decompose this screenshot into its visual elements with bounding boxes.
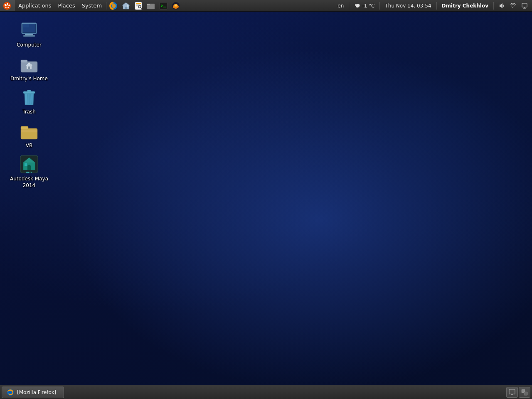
files-launcher[interactable] <box>145 0 157 11</box>
svg-rect-50 <box>21 126 28 130</box>
trash-icon-img <box>19 87 39 107</box>
taskbar-items: [Mozilla Firefox] <box>0 385 506 399</box>
svg-text:MAYA: MAYA <box>26 171 32 174</box>
computer-icon-img <box>19 20 39 40</box>
sound-button[interactable] <box>496 0 506 11</box>
blender-launcher[interactable] <box>170 0 182 11</box>
maya-icon[interactable]: MAYA Autodesk Maya 2014 <box>4 153 54 190</box>
trash-icon[interactable]: Trash <box>4 86 54 117</box>
terminal-icon <box>159 1 168 10</box>
files-icon <box>146 1 155 10</box>
system-menu[interactable]: System <box>79 0 105 11</box>
panel-separator-3 <box>379 2 380 10</box>
language-indicator[interactable]: en <box>335 0 346 11</box>
display-button[interactable] <box>520 0 530 11</box>
applications-menu[interactable]: Applications <box>15 0 54 11</box>
datetime-display[interactable]: Thu Nov 14, 03:54 <box>382 0 433 11</box>
terminal-launcher[interactable] <box>157 0 170 11</box>
home-launcher-icon <box>121 1 131 10</box>
svg-point-23 <box>175 5 177 6</box>
svg-rect-60 <box>510 395 514 395</box>
svg-rect-58 <box>509 389 515 394</box>
vb-icon[interactable]: VB <box>4 119 54 151</box>
firefox-taskbar-label: [Mozilla Firefox] <box>17 389 56 395</box>
svg-rect-9 <box>127 5 128 7</box>
trash-label: Trash <box>22 109 36 116</box>
svg-rect-35 <box>23 35 35 37</box>
vb-label: VB <box>26 143 32 149</box>
svg-rect-30 <box>523 8 526 8</box>
show-desktop-icon <box>509 389 515 396</box>
username-display[interactable]: Dmitry Chekhlov <box>439 0 491 11</box>
desktop-background <box>0 0 532 399</box>
places-menu[interactable]: Places <box>54 0 78 11</box>
weather-label: -1 °C <box>362 3 374 9</box>
firefox-taskbar-icon <box>6 388 15 397</box>
svg-rect-8 <box>125 7 127 9</box>
svg-point-57 <box>9 391 12 394</box>
panel-separator-1 <box>106 2 106 10</box>
texteditor-launcher[interactable] <box>132 0 145 11</box>
svg-rect-38 <box>21 60 27 63</box>
maya-label: Autodesk Maya 2014 <box>10 176 48 189</box>
blender-icon <box>171 1 180 10</box>
window-switcher-icon <box>521 389 528 396</box>
svg-rect-43 <box>27 90 31 92</box>
show-desktop-button[interactable] <box>506 387 518 398</box>
vb-icon-img <box>19 121 39 141</box>
svg-rect-39 <box>28 66 30 69</box>
svg-rect-29 <box>524 7 525 8</box>
bottom-panel: [Mozilla Firefox] <box>0 385 532 399</box>
svg-rect-36 <box>23 24 29 27</box>
maya-icon-img: MAYA <box>19 154 39 174</box>
network-button[interactable] <box>508 0 518 11</box>
svg-rect-54 <box>25 163 27 166</box>
gedit-icon <box>134 1 143 10</box>
firefox-taskbar-item[interactable]: [Mozilla Firefox] <box>2 387 64 398</box>
window-switcher-button[interactable] <box>519 387 530 398</box>
desktop-icons-area: Computer Dmitry's Home <box>0 15 58 195</box>
panel-separator-4 <box>436 2 437 10</box>
svg-rect-19 <box>163 7 166 7</box>
svg-rect-11 <box>136 3 141 4</box>
home-icon-img <box>19 54 39 74</box>
firefox-icon <box>109 1 118 10</box>
svg-rect-62 <box>524 392 527 395</box>
weather-indicator[interactable]: -1 °C <box>352 0 377 11</box>
home-icon[interactable]: Dmitry's Home <box>4 52 54 84</box>
svg-rect-40 <box>30 64 32 66</box>
computer-icon[interactable]: Computer <box>4 19 54 50</box>
svg-rect-18 <box>160 2 167 9</box>
panel-separator-2 <box>349 2 349 10</box>
top-panel: Applications Places System <box>0 0 532 12</box>
svg-rect-47 <box>25 94 27 104</box>
svg-rect-41 <box>27 64 29 66</box>
firefox-launcher[interactable] <box>107 0 120 11</box>
panel-left: Applications Places System <box>0 0 332 11</box>
home-label: Dmitry's Home <box>10 76 48 82</box>
panel-separator-5 <box>493 2 494 10</box>
computer-label: Computer <box>17 42 42 49</box>
svg-rect-51 <box>21 130 37 132</box>
svg-rect-52 <box>21 132 37 132</box>
svg-rect-49 <box>21 128 37 139</box>
svg-rect-17 <box>147 4 150 5</box>
home-launcher[interactable] <box>120 0 132 11</box>
svg-rect-28 <box>522 3 527 7</box>
svg-rect-34 <box>25 34 33 35</box>
taskbar-right <box>506 385 532 399</box>
svg-point-27 <box>356 5 359 7</box>
gnome-menu-button[interactable] <box>0 0 15 11</box>
svg-rect-12 <box>136 5 140 5</box>
panel-right: en -1 °C Thu Nov 14, 03:54 Dmitry Chekhl… <box>332 0 532 11</box>
